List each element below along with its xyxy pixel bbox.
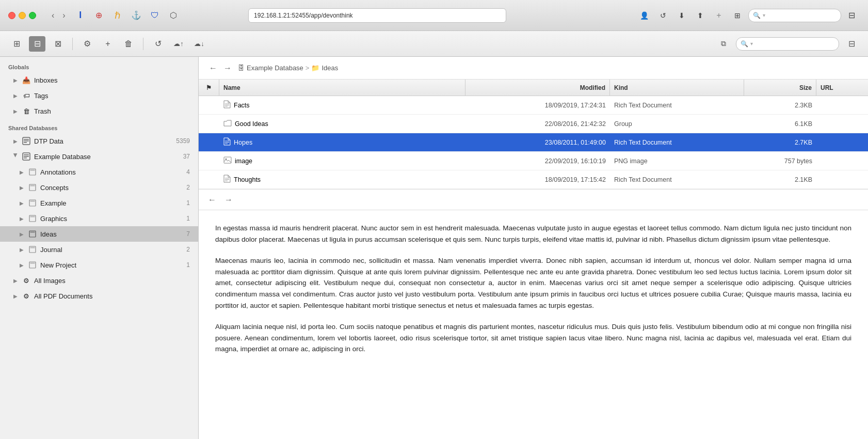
col-name[interactable]: Name (219, 80, 465, 96)
ideas-label: Ideas (40, 230, 183, 238)
expand-icon[interactable]: ▶ (12, 153, 19, 160)
ext-icon-4[interactable]: ⚓ (128, 8, 144, 23)
sidebar-toggle-left[interactable]: ⊞ (8, 36, 25, 52)
breadcrumb-folder-name[interactable]: Ideas (322, 64, 338, 72)
close-button[interactable] (8, 12, 15, 19)
upload-icon[interactable]: ⬆ (693, 8, 708, 23)
thoughts-size: 2.1KB (744, 176, 816, 183)
svg-rect-2 (24, 140, 29, 142)
file-row-image[interactable]: image 22/09/2019, 16:10:19 PNG image 757… (199, 152, 868, 170)
sidebar-item-example[interactable]: ▶ Example 1 (0, 195, 198, 211)
sidebar-item-inboxes[interactable]: ▶ 📥 Inboxes (0, 72, 198, 88)
expand-icon[interactable]: ▶ (12, 108, 19, 114)
view-split-button[interactable]: ⊟ (29, 36, 45, 52)
file-row-hopes[interactable]: Hopes 23/08/2011, 01:49:00 Rich Text Doc… (199, 133, 868, 152)
ext-icon-1[interactable]: I (73, 8, 88, 23)
goodideas-folder-icon (223, 120, 232, 128)
expand-icon[interactable]: ▶ (19, 215, 25, 222)
sidebar-item-journal[interactable]: ▶ Journal 2 (0, 242, 198, 257)
sidebar-item-trash[interactable]: ▶ 🗑 Trash (0, 103, 198, 119)
breadcrumb-back[interactable]: ← (207, 62, 219, 74)
sidebar-item-dtp-data[interactable]: ▶ DTP Data 5359 (0, 133, 198, 149)
expand-icon[interactable]: ▶ (19, 246, 25, 253)
sync-icon[interactable]: ↺ (150, 36, 166, 52)
sidebar-item-tags[interactable]: ▶ 🏷 Tags (0, 88, 198, 103)
delete-icon[interactable]: 🗑 (120, 36, 137, 52)
col-kind[interactable]: Kind (610, 80, 744, 96)
sidebar-toggle-right[interactable]: ⊟ (844, 8, 860, 23)
expand-icon[interactable]: ▶ (12, 92, 19, 99)
ext-icon-2[interactable]: ⊕ (91, 8, 107, 23)
sidebar-item-all-images[interactable]: ▶ ⚙ All Images (0, 273, 198, 288)
main-search-dropdown[interactable]: ▾ (750, 41, 753, 46)
download-icon[interactable]: ⬇ (674, 8, 689, 23)
expand-icon[interactable]: ▶ (19, 169, 25, 175)
main-search[interactable]: 🔍 ▾ (736, 37, 839, 51)
breadcrumb-forward[interactable]: → (221, 62, 234, 74)
settings-icon[interactable]: ⚙ (79, 36, 95, 52)
expand-icon[interactable]: ▶ (12, 293, 19, 299)
file-row-good-ideas[interactable]: Good Ideas 22/08/2016, 21:42:32 Group 6.… (199, 115, 868, 133)
inspector-toggle[interactable]: ⊟ (843, 36, 860, 52)
expand-icon[interactable]: ▶ (12, 77, 19, 83)
address-text: 192.168.1.21:52455/app/devonthink (254, 12, 353, 19)
expand-icon[interactable]: ▶ (12, 138, 19, 144)
expand-icon[interactable]: ▶ (19, 231, 25, 237)
tabs-icon[interactable]: ⊞ (730, 8, 745, 23)
expand-icon[interactable]: ▶ (12, 277, 19, 284)
nav-row-back[interactable]: ← (205, 194, 219, 206)
modified-col-label: Modified (580, 84, 605, 91)
col-modified[interactable]: Modified (465, 80, 610, 96)
ext-icon-3[interactable]: ℏ (110, 8, 125, 23)
goodideas-name: Good Ideas (219, 120, 465, 128)
facts-modified: 18/09/2019, 17:24:31 (465, 102, 610, 109)
col-url[interactable]: URL (816, 80, 868, 96)
all-pdf-icon: ⚙ (22, 291, 31, 301)
download-cloud-icon[interactable]: ☁↓ (191, 36, 207, 52)
shared-db-section-header: Shared Databases (0, 122, 198, 133)
add-icon[interactable]: + (100, 36, 116, 52)
search-dropdown[interactable]: ▾ (763, 12, 765, 18)
concepts-count: 2 (186, 184, 192, 191)
content-para-3: Aliquam lacinia neque nisl, id porta leo… (215, 321, 851, 355)
content-para-2: Maecenas mauris leo, lacinia in commodo … (215, 255, 851, 311)
traffic-lights (8, 12, 36, 19)
sidebar-item-concepts[interactable]: ▶ Concepts 2 (0, 180, 198, 195)
sidebar-item-ideas[interactable]: ▶ Ideas 7 (0, 226, 198, 242)
image-modified: 22/09/2019, 16:10:19 (465, 158, 610, 165)
search-bar[interactable]: 🔍 ▾ (748, 9, 841, 22)
forward-button[interactable]: › (59, 10, 68, 21)
sidebar-item-all-pdf[interactable]: ▶ ⚙ All PDF Documents (0, 288, 198, 304)
breadcrumb-bar: ← → 🗄 Example Database > 📁 Ideas (199, 57, 868, 80)
file-row-facts[interactable]: Facts 18/09/2019, 17:24:31 Rich Text Doc… (199, 96, 868, 115)
hopes-modified: 23/08/2011, 01:49:00 (465, 139, 610, 146)
sidebar-item-example-database[interactable]: ▶ Example Database 37 (0, 149, 198, 164)
refresh-icon[interactable]: ↺ (655, 8, 671, 23)
browser-nav: ‹ › (49, 10, 69, 21)
name-col-label: Name (223, 84, 240, 91)
address-bar[interactable]: 192.168.1.21:52455/app/devonthink (248, 8, 506, 23)
thoughts-modified: 18/09/2019, 17:15:42 (465, 176, 610, 183)
sidebar-item-annotations[interactable]: ▶ Annotations 4 (0, 164, 198, 180)
expand-icon[interactable]: ▶ (19, 262, 25, 268)
view-column-button[interactable]: ⊠ (50, 36, 66, 52)
upload-cloud-icon[interactable]: ☁↑ (170, 36, 187, 52)
example-db-icon (22, 152, 31, 161)
share-icon[interactable]: 👤 (637, 8, 652, 23)
col-size[interactable]: Size (744, 80, 816, 96)
sidebar-item-graphics[interactable]: ▶ Graphics 1 (0, 211, 198, 226)
file-row-thoughts[interactable]: Thoughts 18/09/2019, 17:15:42 Rich Text … (199, 170, 868, 189)
expand-icon[interactable]: ▶ (19, 200, 25, 206)
minimize-button[interactable] (19, 12, 26, 19)
add-tab-icon[interactable]: + (711, 8, 727, 23)
tags-icon: 🏷 (22, 91, 31, 100)
ext-icon-6[interactable]: ⬡ (166, 8, 181, 23)
nav-row-forward[interactable]: → (221, 194, 236, 206)
breadcrumb-db-name[interactable]: Example Database (247, 64, 303, 72)
filter-icon[interactable]: ⧉ (715, 36, 732, 52)
expand-icon[interactable]: ▶ (19, 184, 25, 191)
back-button[interactable]: ‹ (49, 10, 57, 21)
ext-icon-5[interactable]: 🛡 (147, 8, 163, 23)
maximize-button[interactable] (29, 12, 36, 19)
sidebar-item-new-project[interactable]: ▶ New Project 1 (0, 257, 198, 273)
